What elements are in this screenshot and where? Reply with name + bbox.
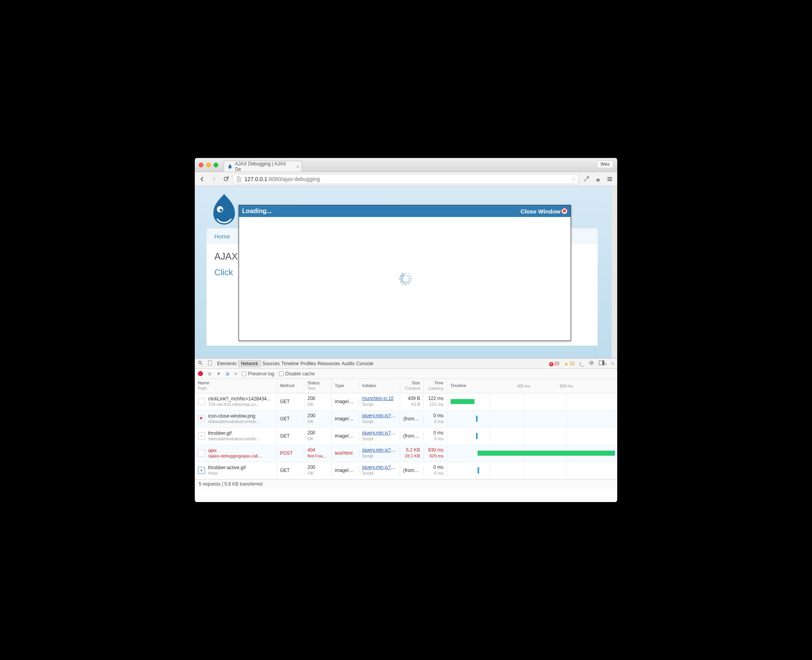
devtools-tab-timeline[interactable]: Timeline [281, 361, 299, 366]
url-host: 127.0.0.1 [244, 176, 267, 182]
tab-title: AJAX Debugging | AJAX De [235, 161, 293, 172]
devtools-tab-elements[interactable]: Elements [217, 361, 237, 366]
col-status[interactable]: StatusText [304, 379, 332, 393]
network-filterbar: ⊘ ▼ ≣ ≡ Preserve log Disable cache [195, 369, 617, 379]
reload-button[interactable] [221, 175, 230, 183]
table-row[interactable]: ajax/ajaks-debugging/ajax-call…POST404No… [195, 445, 617, 462]
request-path: 724-nkt-410.mktoresp.co... [208, 402, 271, 407]
devtools-tab-network[interactable]: Network [238, 360, 261, 367]
table-row[interactable]: icon-close-window.png/sites/all/modules/… [195, 411, 617, 428]
clear-button[interactable]: ⊘ [208, 371, 212, 377]
request-time: 122 ms121 ms [424, 394, 447, 409]
request-method: POST [277, 449, 304, 458]
page-viewport: Home AJAX Click Loading... Close Window … [195, 186, 617, 358]
request-status: 404Not Fou… [304, 446, 332, 461]
network-status-bar: 5 requests | 5.6 KB transferred [195, 479, 617, 489]
os-close-button[interactable] [199, 163, 203, 167]
col-name[interactable]: NamePath [195, 379, 277, 393]
request-initiator: jquery.min.js?v…Script [359, 411, 400, 426]
os-minimize-button[interactable] [206, 163, 211, 167]
chrome-menu-icon[interactable] [605, 175, 614, 183]
device-mode-icon[interactable] [208, 360, 212, 367]
disable-cache-checkbox[interactable]: Disable cache [279, 371, 314, 377]
devtools-tab-audits[interactable]: Audits [341, 361, 354, 366]
table-row[interactable]: throbber-active.gif/miscGET200OKimage/…j… [195, 462, 617, 479]
col-timeline[interactable]: Timeline 400 ms 600 ms [447, 382, 617, 390]
preserve-log-checkbox[interactable]: Preserve log [242, 371, 274, 377]
titlebar: AJAX Debugging | AJAX De × Wes [195, 158, 617, 172]
request-timeline [447, 445, 617, 462]
table-row[interactable]: throbber.gif/sites/all/modules/contrib/…… [195, 428, 617, 445]
search-icon[interactable] [198, 360, 203, 367]
request-name: clickLink?_mchNc=1428434... [208, 396, 271, 402]
devtools-close-icon[interactable]: × [611, 361, 614, 366]
devtools-tab-resources[interactable]: Resources [318, 361, 340, 366]
dock-side-icon[interactable]: ▾ [599, 360, 607, 366]
request-type: text/html [332, 449, 359, 458]
col-type[interactable]: Type [332, 382, 359, 390]
request-time: 0 ms0 ms [424, 411, 447, 426]
view-small-icon[interactable]: ≡ [234, 371, 237, 377]
request-type: image/… [332, 466, 359, 475]
request-status: 200OK [304, 429, 332, 443]
request-size: (from c… [400, 432, 424, 441]
os-maximize-button[interactable] [214, 163, 218, 167]
console-drawer-icon[interactable]: ⟩_ [579, 361, 584, 366]
request-type: image/… [332, 414, 359, 423]
filter-icon[interactable]: ▼ [216, 371, 221, 377]
ajax-modal: Loading... Close Window ✖ [239, 205, 571, 341]
address-bar[interactable]: 127.0.0.1:8080/ajax-debugging ☆ [233, 174, 579, 184]
col-size[interactable]: SizeContent [400, 379, 424, 393]
request-method: GET [277, 466, 304, 475]
request-path: /misc [208, 471, 246, 476]
col-initiator[interactable]: Initiator [359, 382, 400, 390]
warning-count[interactable]: ▲10 [564, 361, 575, 366]
page-scrollbar-thumb[interactable] [613, 188, 616, 231]
request-name: throbber-active.gif [208, 465, 246, 471]
ext-icon-1[interactable] [582, 175, 591, 183]
col-method[interactable]: Method [277, 382, 304, 390]
page-icon [236, 176, 242, 182]
bookmark-star-icon[interactable]: ☆ [571, 176, 576, 182]
col-time[interactable]: TimeLatency [424, 379, 447, 393]
close-icon: ✖ [561, 208, 568, 214]
devtools-tab-sources[interactable]: Sources [262, 361, 280, 366]
request-status: 200OK [304, 463, 332, 478]
modal-close-label: Close Window [521, 208, 560, 215]
window-controls [199, 163, 218, 167]
modal-close-button[interactable]: Close Window ✖ [521, 208, 568, 215]
settings-gear-icon[interactable] [589, 360, 594, 367]
request-method: GET [277, 414, 304, 423]
svg-point-2 [199, 361, 201, 364]
file-type-icon [198, 432, 205, 439]
chrome-user-badge[interactable]: Wes [597, 160, 613, 168]
request-path: /sites/all/modules/contrib/… [208, 419, 261, 425]
url-path: :8080/ajax-debugging [267, 176, 320, 182]
browser-tab[interactable]: AJAX Debugging | AJAX De × [224, 161, 302, 172]
request-size: 439 B43 B [400, 394, 424, 409]
view-list-icon[interactable]: ≣ [226, 371, 230, 377]
modal-body [239, 217, 571, 341]
record-button[interactable] [198, 371, 203, 376]
error-count[interactable]: ✕20 [549, 361, 559, 366]
request-name: icon-close-window.png [208, 413, 261, 419]
devtools-panel: ElementsNetworkSourcesTimelineProfilesRe… [195, 358, 617, 502]
browser-window: AJAX Debugging | AJAX De × Wes 127.0.0.1… [195, 158, 617, 502]
request-time: 0 ms0 ms [424, 463, 447, 478]
back-button[interactable] [198, 175, 207, 183]
tab-close-icon[interactable]: × [296, 164, 299, 170]
devtools-tab-profiles[interactable]: Profiles [300, 361, 316, 366]
drupal-logo [210, 194, 238, 229]
request-timeline [447, 428, 617, 445]
request-size: 5.2 KB28.1 KB [400, 446, 424, 461]
request-method: GET [277, 397, 304, 406]
request-initiator: munchkin.js:10Script [359, 394, 400, 409]
table-row[interactable]: clickLink?_mchNc=1428434...724-nkt-410.m… [195, 393, 617, 411]
svg-point-4 [590, 362, 592, 364]
forward-button[interactable] [210, 175, 218, 183]
devtools-tab-console[interactable]: Console [356, 361, 374, 366]
warning-icon: ▲ [564, 361, 569, 366]
request-size: (from c… [400, 414, 424, 423]
file-type-icon [198, 398, 205, 405]
ext-icon-2[interactable] [594, 175, 602, 183]
